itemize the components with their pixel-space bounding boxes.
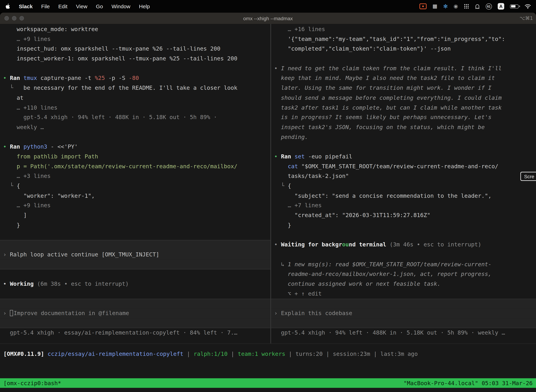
window-titlebar[interactable]: omx --xhigh --madmax ⌥⌘1 [0,13,536,24]
apple-menu-icon[interactable] [5,3,10,9]
text-segment: Waiting for backgr [281,242,342,248]
text-segment: ralph:1/10 [194,350,228,357]
titlebar-shortcut: ⌥⌘1 [520,13,533,24]
text-segment: "created_at": "2026-03-31T11:59:27.816Z" [274,212,430,219]
terminal-line: workspace_mode: worktree [0,25,270,34]
terminal-line: from pathlib import Path [0,152,270,162]
close-button[interactable] [5,16,9,20]
input-source-icon[interactable]: A [498,3,504,9]
dots-grid-icon[interactable] [464,4,469,9]
terminal-line: • Ran tmux capture-pane -t %25 -p -S -80 [0,74,270,84]
text-segment: readme-and-reco/mailbox/worker-1.json, a… [274,271,492,277]
terminal-line: ] [0,210,270,220]
menu-go[interactable]: Go [96,3,103,9]
text-segment: inspect_worker-1: omx sparkshell --tmux-… [3,55,237,62]
screen-recording-indicator-icon[interactable] [420,3,427,9]
menu-app-name[interactable]: Slack [19,3,33,9]
ghost-icon[interactable] [475,4,480,9]
terminal-line: task2 after task1 is complete, but can I… [271,103,536,113]
terminal-line [271,230,536,240]
text-segment: (3m 46s • esc to interrupt) [390,242,481,248]
text-segment: • [3,144,10,150]
zoom-button[interactable] [19,16,24,20]
terminal-window: omx --xhigh --madmax ⌥⌘1 workspace_mode:… [0,13,536,392]
text-segment: | [183,350,194,357]
text-segment: ou [342,242,349,248]
grid-icon[interactable]: ▦ [433,4,438,9]
text-segment: Ran [10,75,23,81]
menu-help[interactable]: Help [139,3,150,9]
battery-icon[interactable] [510,4,519,8]
pinwheel-icon[interactable]: ✻ [443,4,448,9]
text-cursor [10,310,13,316]
text-segment: } [3,222,20,228]
text-segment: … +9 lines [3,36,50,42]
text-segment: (6m 38s • esc to interrupt) [37,281,129,287]
terminal-line: inspect_hud: omx sparkshell --tmux-pane … [0,44,270,54]
terminal-line: … +110 lines [0,103,270,113]
wifi-icon[interactable] [524,4,531,9]
terminal-line: "subject": "send a concise recommendatio… [271,191,536,201]
text-segment: ] [3,212,27,219]
screen-share-tooltip: Scre [520,172,536,181]
terminal-line [0,230,270,240]
terminal-line: └ { [0,181,270,191]
terminal-line: is in progress? It seems likely but perh… [271,113,536,123]
menu-edit[interactable]: Edit [58,3,67,9]
terminal-line: "completed","claim_token":"claim-token"}… [271,44,536,54]
text-segment: turns:20 [295,350,323,357]
tmux-pane-left[interactable]: workspace_mode: worktree … +9 lines insp… [0,24,270,343]
model-status-line: gpt-5.4 xhigh · 94% left · 488K in · 5.1… [271,328,536,338]
text-segment: tmux [23,75,40,81]
macos-menu-bar: Slack File Edit View Go Window Help ▦ ✻ … [0,0,536,13]
prompt-input-row[interactable]: › Explain this codebase [271,308,536,318]
terminal-line [0,132,270,142]
terminal-line [0,318,270,328]
terminal-line: keep that in mind. Maybe I also need the… [271,74,536,84]
tmux-pane-right[interactable]: … +16 lines '{"team_name":"my-team","tas… [271,24,536,343]
text-segment: › [3,310,10,317]
text-segment: } [274,222,291,228]
text-segment: be necessary for the end of the README. … [23,85,237,91]
terminal-line [0,299,270,308]
text-segment: pending. [274,134,308,140]
text-segment: Improve documentation in @filename [14,310,129,317]
text-segment: capture-pane -t [40,75,95,81]
terminal-line: '{"team_name":"my-team","task_id":"1","f… [271,34,536,44]
text-segment: cczip/essay/ai-reimplementation-copyleft [48,350,183,357]
text-segment: cat [288,163,301,169]
terminal-line: … +7 lines [271,201,536,211]
text-segment: - <<'PY' [51,144,78,150]
text-segment: nd terminal [349,242,390,248]
menu-view[interactable]: View [76,3,87,9]
text-segment: • [3,281,10,287]
waiting-status: • Waiting for background terminal (3m 46… [271,240,536,250]
prompt-input-row[interactable]: › Improve documentation in @filename [0,308,270,318]
menu-window[interactable]: Window [111,3,130,9]
text-segment: gpt-5.4 xhigh · 94% left · 488K in · 5.1… [274,330,505,336]
menu-file[interactable]: File [41,3,50,9]
text-segment: workspace_mode: worktree [3,26,98,33]
terminal-line: tasks/task-2.json" [271,171,536,181]
text-segment: … +16 lines [274,26,325,33]
text-segment: gpt-5.4 xhigh · essay/ai-reimplementatio… [3,330,237,336]
text-segment [44,350,48,357]
text-segment: ⌥ + ↑ edit [274,290,322,297]
terminal-line [0,269,270,279]
text-segment [274,163,288,169]
terminal-line: "created_at": "2026-03-31T11:59:27.816Z" [271,210,536,220]
model-status-line: gpt-5.4 xhigh · essay/ai-reimplementatio… [0,328,270,338]
text-segment: "subject": "send a concise recommendatio… [274,192,492,199]
terminal-line: • Ran python3 - <<'PY' [0,142,270,152]
minimize-button[interactable] [12,16,16,20]
terminal-line: … +9 lines [0,201,270,211]
terminal-line: inspect_worker-1: omx sparkshell --tmux-… [0,54,270,64]
terminal-line: readme-and-reco/mailbox/worker-1.json, a… [271,269,536,279]
text-segment: p = Path('.omx/state/team/review-current… [3,163,237,169]
terminal-line [0,240,270,250]
count-badge[interactable]: 61 [486,3,492,9]
queued-prompt-row[interactable]: › Ralph loop active continue [OMX_TMUX_I… [0,250,270,260]
swirl-icon[interactable]: ◉ [454,4,458,9]
text-segment: › [3,251,10,258]
omx-status-line: [OMX#0.11.9] cczip/essay/ai-reimplementa… [0,349,536,359]
